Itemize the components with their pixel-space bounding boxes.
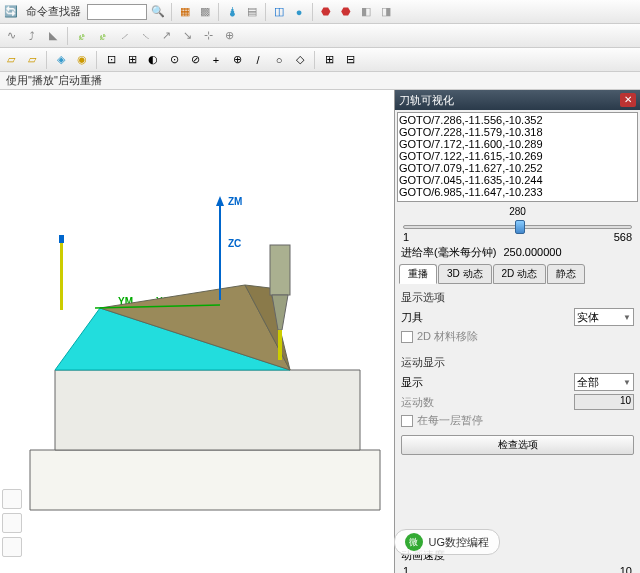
m2-icon[interactable]: ⊞ bbox=[123, 51, 141, 69]
tool2-icon[interactable]: ⸙ bbox=[94, 27, 112, 45]
pause-layer-checkbox[interactable] bbox=[401, 415, 413, 427]
toolpath-panel: 刀轨可视化 ✕ GOTO/7.286,-11.556,-10.352 GOTO/… bbox=[394, 90, 640, 573]
m6-icon[interactable]: + bbox=[207, 51, 225, 69]
tab-3d[interactable]: 3D 动态 bbox=[438, 264, 492, 284]
m5-icon[interactable]: ⊘ bbox=[186, 51, 204, 69]
tab-static[interactable]: 静态 bbox=[547, 264, 585, 284]
motion-count-label: 运动数 bbox=[401, 395, 434, 410]
layers-icon[interactable]: ▤ bbox=[243, 3, 261, 21]
main-toolbar: 🔄 命令查找器 🔍 ▦ ▩ 🌢 ▤ ◫ ● ⬣ ⬣ ◧ ◨ bbox=[0, 0, 640, 24]
m9-icon[interactable]: ○ bbox=[270, 51, 288, 69]
feed-value: 250.000000 bbox=[503, 246, 561, 258]
m7-icon[interactable]: ⊕ bbox=[228, 51, 246, 69]
tool6-icon[interactable]: ↘ bbox=[178, 27, 196, 45]
tool5-icon[interactable]: ↗ bbox=[157, 27, 175, 45]
cmd-input[interactable] bbox=[87, 4, 147, 20]
drum2-icon[interactable]: ⬣ bbox=[337, 3, 355, 21]
tool-label: 刀具 bbox=[401, 310, 423, 325]
anim-min: 1 bbox=[403, 565, 409, 573]
m1-icon[interactable]: ⊡ bbox=[102, 51, 120, 69]
slider-value: 280 bbox=[395, 206, 640, 217]
secondary-toolbar: ∿ ⤴ ◣ ⸙ ⸙ ⟋ ⟍ ↗ ↘ ⊹ ⊕ bbox=[0, 24, 640, 48]
chevron-down-icon: ▼ bbox=[623, 378, 631, 387]
m10-icon[interactable]: ◇ bbox=[291, 51, 309, 69]
goto-line[interactable]: GOTO/7.286,-11.556,-10.352 bbox=[399, 114, 636, 126]
position-slider[interactable] bbox=[403, 225, 632, 229]
m12-icon[interactable]: ⊟ bbox=[341, 51, 359, 69]
display-options-label: 显示选项 bbox=[401, 290, 634, 305]
3d-viewport[interactable]: ZM ZC YM YC XM bbox=[0, 90, 394, 573]
goto-listbox[interactable]: GOTO/7.286,-11.556,-10.352 GOTO/7.228,-1… bbox=[397, 112, 638, 202]
cube-icon[interactable]: ◧ bbox=[357, 3, 375, 21]
viewport-tools bbox=[2, 489, 22, 557]
curve2-icon[interactable]: ⤴ bbox=[23, 27, 41, 45]
vt1-icon[interactable] bbox=[2, 489, 22, 509]
reset-icon[interactable]: 🔄 bbox=[2, 3, 20, 21]
feed-label: 进给率(毫米每分钟) bbox=[401, 246, 496, 258]
box-icon[interactable]: ◫ bbox=[270, 3, 288, 21]
goto-line[interactable]: GOTO/7.122,-11.615,-10.269 bbox=[399, 150, 636, 162]
cmd-finder-label: 命令查找器 bbox=[22, 4, 85, 19]
drop-icon[interactable]: 🌢 bbox=[223, 3, 241, 21]
wireframe-icon[interactable]: ▩ bbox=[196, 3, 214, 21]
goto-line[interactable]: GOTO/6.985,-11.647,-10.233 bbox=[399, 186, 636, 198]
pause-layer-label: 在每一层暂停 bbox=[417, 413, 483, 428]
tool8-icon[interactable]: ⊕ bbox=[220, 27, 238, 45]
svg-rect-3 bbox=[270, 245, 290, 295]
slider-min: 1 bbox=[403, 231, 409, 243]
part-model bbox=[20, 190, 390, 530]
filter2-icon[interactable]: ▱ bbox=[23, 51, 41, 69]
goto-line[interactable]: GOTO/7.045,-11.635,-10.244 bbox=[399, 174, 636, 186]
shaded-icon[interactable]: ◨ bbox=[377, 3, 395, 21]
mode-tabs: 重播 3D 动态 2D 动态 静态 bbox=[395, 262, 640, 286]
m3-icon[interactable]: ◐ bbox=[144, 51, 162, 69]
display-dropdown[interactable]: 全部▼ bbox=[574, 373, 634, 391]
goto-line[interactable]: GOTO/7.172,-11.600,-10.289 bbox=[399, 138, 636, 150]
tertiary-toolbar: ▱ ▱ ◈ ◉ ⊡ ⊞ ◐ ⊙ ⊘ + ⊕ / ○ ◇ ⊞ ⊟ bbox=[0, 48, 640, 72]
tab-2d[interactable]: 2D 动态 bbox=[493, 264, 547, 284]
drum1-icon[interactable]: ⬣ bbox=[317, 3, 335, 21]
sel1-icon[interactable]: ◈ bbox=[52, 51, 70, 69]
panel-title-text: 刀轨可视化 bbox=[399, 93, 454, 108]
goto-line[interactable]: GOTO/7.228,-11.579,-10.318 bbox=[399, 126, 636, 138]
select-icon[interactable]: ▦ bbox=[176, 3, 194, 21]
motion-count-field[interactable]: 10 bbox=[574, 394, 634, 410]
slider-max: 568 bbox=[614, 231, 632, 243]
vt3-icon[interactable] bbox=[2, 537, 22, 557]
search-icon[interactable]: 🔍 bbox=[149, 3, 167, 21]
svg-rect-6 bbox=[60, 240, 63, 310]
curve1-icon[interactable]: ∿ bbox=[2, 27, 20, 45]
tool7-icon[interactable]: ⊹ bbox=[199, 27, 217, 45]
angle-icon[interactable]: ◣ bbox=[44, 27, 62, 45]
check-options-button[interactable]: 检查选项 bbox=[401, 435, 634, 455]
tool-dropdown[interactable]: 实体▼ bbox=[574, 308, 634, 326]
goto-line[interactable]: GOTO/7.079,-11.627,-10.252 bbox=[399, 162, 636, 174]
tool3-icon[interactable]: ⟋ bbox=[115, 27, 133, 45]
tool1-icon[interactable]: ⸙ bbox=[73, 27, 91, 45]
tool4-icon[interactable]: ⟍ bbox=[136, 27, 154, 45]
svg-rect-7 bbox=[59, 235, 64, 243]
tab-replay[interactable]: 重播 bbox=[399, 264, 437, 284]
close-icon[interactable]: ✕ bbox=[620, 93, 636, 107]
chevron-down-icon: ▼ bbox=[623, 313, 631, 322]
svg-marker-1 bbox=[216, 196, 224, 206]
m4-icon[interactable]: ⊙ bbox=[165, 51, 183, 69]
2d-removal-checkbox[interactable] bbox=[401, 331, 413, 343]
slider-thumb[interactable] bbox=[515, 220, 525, 234]
2d-removal-label: 2D 材料移除 bbox=[417, 329, 478, 344]
svg-rect-5 bbox=[278, 330, 282, 360]
filter1-icon[interactable]: ▱ bbox=[2, 51, 20, 69]
sel2-icon[interactable]: ◉ bbox=[73, 51, 91, 69]
status-bar: 使用"播放"启动重播 bbox=[0, 72, 640, 90]
watermark: 微 UG数控编程 bbox=[394, 529, 501, 555]
motion-display-label: 运动显示 bbox=[401, 355, 634, 370]
m8-icon[interactable]: / bbox=[249, 51, 267, 69]
anim-max: 10 bbox=[620, 565, 632, 573]
m11-icon[interactable]: ⊞ bbox=[320, 51, 338, 69]
wechat-icon: 微 bbox=[405, 533, 423, 551]
display-label: 显示 bbox=[401, 375, 423, 390]
vt2-icon[interactable] bbox=[2, 513, 22, 533]
sphere-icon[interactable]: ● bbox=[290, 3, 308, 21]
